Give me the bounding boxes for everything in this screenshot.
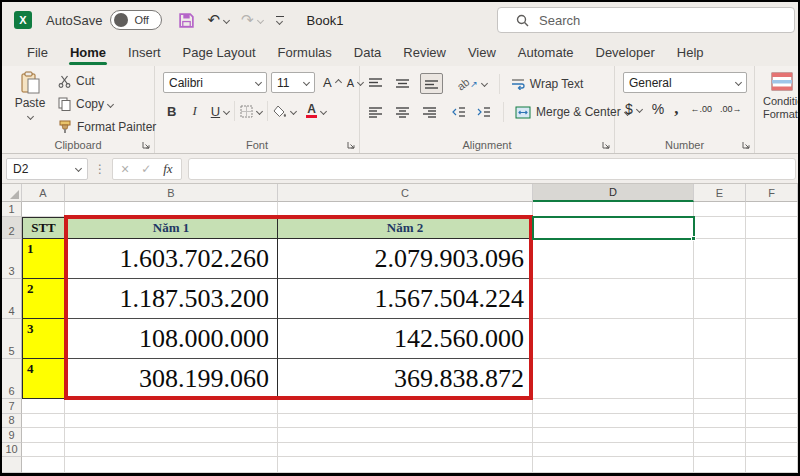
align-bottom-button[interactable] — [420, 73, 443, 94]
formula-input[interactable] — [188, 158, 796, 180]
cell[interactable] — [746, 217, 798, 239]
paste-button[interactable]: Paste — [12, 71, 48, 124]
cell[interactable] — [533, 457, 694, 473]
chevron-down-icon[interactable] — [223, 107, 230, 114]
column-header-c[interactable]: C — [278, 184, 533, 202]
cell[interactable] — [533, 399, 694, 414]
cell[interactable] — [533, 414, 694, 428]
tab-review[interactable]: Review — [392, 38, 457, 66]
decrease-decimal-button[interactable]: .00→ — [720, 104, 742, 114]
cell[interactable] — [65, 202, 278, 217]
cell[interactable] — [533, 202, 694, 217]
chevron-down-icon[interactable] — [290, 107, 297, 114]
font-family-select[interactable]: Calibri — [163, 72, 267, 93]
italic-button[interactable]: I — [192, 103, 196, 119]
cell[interactable] — [533, 359, 694, 399]
row-header[interactable]: 3 — [2, 239, 22, 279]
cell[interactable] — [694, 428, 746, 443]
cell-nam2-header[interactable]: Năm 2 — [278, 217, 533, 239]
cell[interactable] — [694, 202, 746, 217]
tab-insert[interactable]: Insert — [117, 38, 172, 66]
column-header-f[interactable]: F — [746, 184, 798, 202]
cell-value[interactable]: 142.560.000 — [278, 319, 533, 359]
align-left-button[interactable] — [368, 106, 383, 119]
cell[interactable] — [746, 239, 798, 279]
cell[interactable] — [22, 202, 65, 217]
cell[interactable] — [22, 443, 65, 457]
redo-button[interactable]: ↷ — [241, 11, 263, 29]
cell[interactable] — [65, 443, 278, 457]
cell[interactable] — [22, 457, 65, 473]
cell-value[interactable]: 1.187.503.200 — [65, 279, 278, 319]
chevron-down-icon[interactable] — [223, 16, 230, 23]
name-box[interactable]: D2 — [6, 158, 88, 180]
row-header[interactable]: 8 — [2, 414, 22, 428]
name-box-resize-handle[interactable]: ⋮ — [94, 162, 106, 176]
cell[interactable] — [533, 319, 694, 359]
cut-button[interactable]: Cut — [58, 74, 95, 88]
undo-button[interactable]: ↶ — [207, 11, 229, 29]
cell[interactable] — [533, 239, 694, 279]
tab-view[interactable]: View — [457, 38, 507, 66]
alignment-dialog-launcher[interactable] — [601, 140, 611, 150]
copy-button[interactable]: Copy — [58, 97, 113, 111]
column-header-e[interactable]: E — [694, 184, 746, 202]
font-size-select[interactable]: 11 — [271, 72, 315, 93]
underline-button[interactable]: U — [211, 104, 220, 119]
merge-center-button[interactable]: Merge & Center — [515, 105, 630, 119]
cell[interactable] — [746, 279, 798, 319]
align-top-button[interactable] — [368, 77, 383, 90]
cell[interactable] — [746, 457, 798, 473]
cell[interactable] — [694, 319, 746, 359]
cell-stt[interactable]: 3 — [22, 319, 65, 359]
cell[interactable] — [746, 443, 798, 457]
format-painter-button[interactable]: Format Painter — [58, 120, 156, 134]
font-dialog-launcher[interactable] — [346, 140, 356, 150]
align-middle-button[interactable] — [395, 77, 410, 90]
chevron-down-icon[interactable] — [320, 107, 327, 114]
cell[interactable] — [533, 428, 694, 443]
enter-icon[interactable]: ✓ — [141, 162, 151, 176]
cell[interactable] — [65, 428, 278, 443]
cell-stt[interactable]: 1 — [22, 239, 65, 279]
bold-button[interactable]: B — [167, 104, 176, 119]
font-color-button[interactable]: A — [306, 104, 317, 118]
row-header[interactable]: 6 — [2, 359, 22, 399]
cell[interactable] — [746, 202, 798, 217]
chevron-down-icon[interactable] — [107, 100, 114, 107]
select-all-button[interactable] — [2, 184, 22, 202]
save-button[interactable] — [178, 12, 195, 29]
cell[interactable] — [533, 279, 694, 319]
row-header[interactable]: 10 — [2, 443, 22, 457]
number-format-select[interactable]: General — [623, 72, 747, 93]
cell[interactable] — [278, 428, 533, 443]
align-center-button[interactable] — [395, 106, 410, 119]
conditional-formatting-button[interactable]: Conditional Formatting — [763, 72, 798, 121]
align-right-button[interactable] — [422, 106, 437, 119]
fill-color-button[interactable] — [273, 105, 287, 118]
number-dialog-launcher[interactable] — [741, 140, 751, 150]
cell-stt[interactable]: 2 — [22, 279, 65, 319]
row-header[interactable]: 4 — [2, 279, 22, 319]
cell[interactable] — [694, 359, 746, 399]
chevron-down-icon[interactable] — [26, 113, 33, 120]
row-header[interactable]: 7 — [2, 399, 22, 414]
tab-file[interactable]: File — [16, 38, 59, 66]
column-header-b[interactable]: B — [65, 184, 278, 202]
cell[interactable] — [694, 217, 746, 239]
customize-quick-access-button[interactable] — [275, 16, 285, 24]
row-header[interactable]: 5 — [2, 319, 22, 359]
cell[interactable] — [278, 399, 533, 414]
chevron-down-icon[interactable] — [636, 105, 643, 112]
cell-value[interactable]: 108.000.000 — [65, 319, 278, 359]
cell[interactable] — [278, 457, 533, 473]
tab-page-layout[interactable]: Page Layout — [172, 38, 267, 66]
cell[interactable] — [278, 414, 533, 428]
cell-value[interactable]: 2.079.903.096 — [278, 239, 533, 279]
tab-formulas[interactable]: Formulas — [267, 38, 343, 66]
insert-function-icon[interactable]: fx — [163, 161, 172, 177]
cell-value[interactable]: 308.199.060 — [65, 359, 278, 399]
increase-decimal-button[interactable]: ←.00 — [691, 104, 713, 114]
wrap-text-button[interactable]: Wrap Text — [511, 77, 584, 91]
cell[interactable] — [694, 414, 746, 428]
